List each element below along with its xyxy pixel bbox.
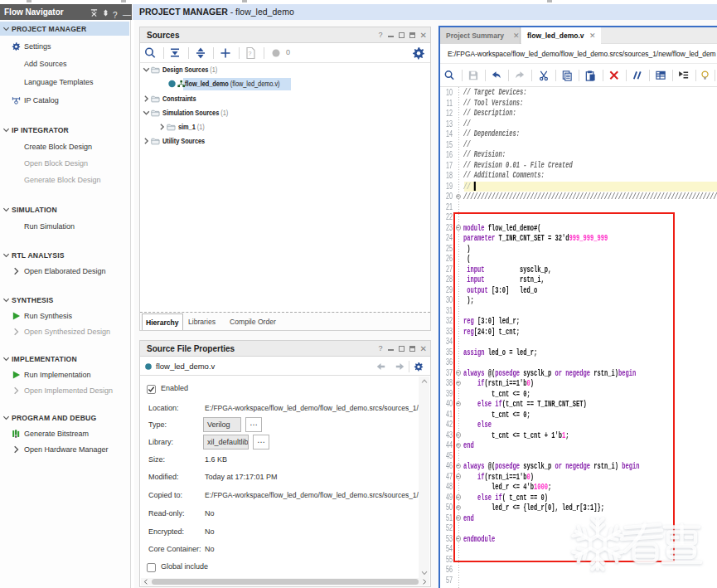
svg-text:?: ? <box>249 51 252 56</box>
